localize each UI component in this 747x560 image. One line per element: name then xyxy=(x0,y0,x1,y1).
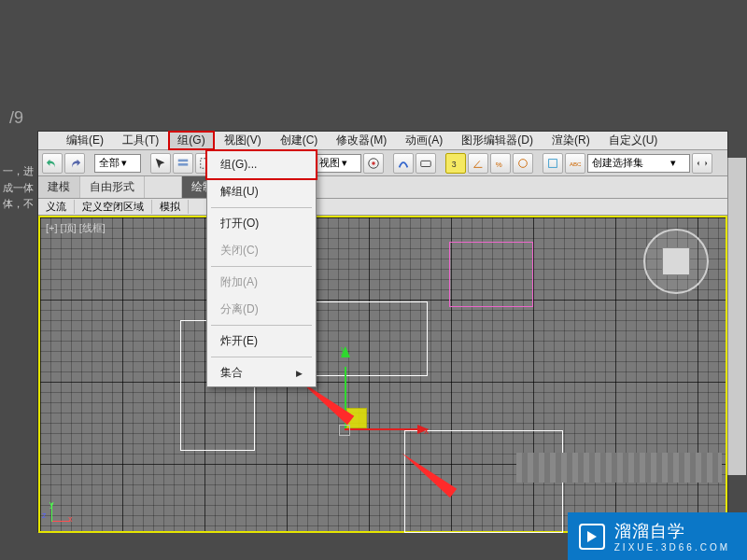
redo-icon[interactable] xyxy=(64,153,85,174)
mirror-icon[interactable] xyxy=(692,153,712,174)
menu-item-attach: 附加(A) xyxy=(207,269,316,296)
named-selection-set-select[interactable]: 创建选择集▾ xyxy=(587,154,690,173)
spinner-snap-icon[interactable] xyxy=(513,153,533,174)
censored-region xyxy=(516,453,722,483)
object-rect-3[interactable] xyxy=(449,242,533,307)
menu-group[interactable]: 组(G) xyxy=(168,131,214,150)
svg-rect-14 xyxy=(549,159,557,167)
svg-point-8 xyxy=(372,161,375,165)
svg-point-13 xyxy=(519,159,528,167)
main-toolbar: 全部▾ 视图▾ 3 % ABC 创建选择集▾ xyxy=(38,150,727,176)
menu-create[interactable]: 创建(C) xyxy=(271,131,328,150)
snap-toggle-icon[interactable]: 3 xyxy=(445,153,466,174)
ribbon-tab-modeling[interactable]: 建模 xyxy=(38,176,80,198)
menu-item-open[interactable]: 打开(O) xyxy=(207,210,316,237)
ribbon-panel-flow[interactable]: 义流 xyxy=(38,200,75,214)
ref-coord-select[interactable]: 视图▾ xyxy=(315,154,361,173)
svg-text:3: 3 xyxy=(452,159,457,168)
page-number: /9 xyxy=(9,108,23,128)
menu-views[interactable]: 视图(V) xyxy=(215,131,271,150)
watermark: 溜溜自学 ZIXUE.3D66.COM xyxy=(568,512,747,560)
world-axis-icon: y x z xyxy=(51,499,74,522)
svg-text:ABC: ABC xyxy=(570,160,582,166)
svg-rect-0 xyxy=(178,159,189,161)
named-sets-icon[interactable] xyxy=(543,153,563,174)
abc-icon[interactable]: ABC xyxy=(565,153,585,174)
menu-modifiers[interactable]: 修改器(M) xyxy=(327,131,396,150)
command-panel[interactable] xyxy=(727,158,746,475)
svg-text:%: % xyxy=(496,160,502,168)
viewport-label[interactable]: [+] [顶] [线框] xyxy=(46,221,106,235)
ribbon: 建模 自由形式 绘制 填充 ▾ xyxy=(38,176,727,199)
selection-filter-select[interactable]: 全部▾ xyxy=(94,154,141,173)
menu-customize[interactable]: 自定义(U) xyxy=(599,131,668,150)
menu-item-close: 关闭(C) xyxy=(207,237,316,264)
undo-icon[interactable] xyxy=(42,153,63,174)
angle-snap-icon[interactable] xyxy=(468,153,488,174)
viewport[interactable]: [+] [顶] [线框] y x y x z xyxy=(38,216,727,533)
menu-item-detach: 分离(D) xyxy=(207,296,316,323)
menu-rendering[interactable]: 渲染(R) xyxy=(543,131,599,150)
keyboard-shortcut-icon[interactable] xyxy=(416,153,436,174)
menu-edit[interactable]: 编辑(E) xyxy=(57,131,113,150)
ribbon-panel-sim[interactable]: 模拟 xyxy=(152,200,189,214)
percent-snap-icon[interactable]: % xyxy=(490,153,511,174)
ribbon-panel-define[interactable]: 定义空闭区域 xyxy=(75,200,152,214)
transform-gizmo[interactable]: y x xyxy=(345,356,419,430)
menu-animation[interactable]: 动画(A) xyxy=(396,131,452,150)
ribbon-tab-freeform[interactable]: 自由形式 xyxy=(80,176,145,198)
menu-tools[interactable]: 工具(T) xyxy=(113,131,168,150)
pivot-icon[interactable] xyxy=(363,153,384,174)
select-icon[interactable] xyxy=(150,153,171,174)
submenu-indicator-icon: ▶ xyxy=(296,369,303,378)
select-name-icon[interactable] xyxy=(173,153,193,174)
menu-grapheditors[interactable]: 图形编辑器(D) xyxy=(452,131,543,150)
svg-rect-10 xyxy=(421,161,431,166)
app-window: 一，进 成一体 体，不 编辑(E) 工具(T) 组(G) 视图(V) 创建(C)… xyxy=(37,131,728,532)
cropped-text: 一，进 成一体 体，不 xyxy=(3,163,36,213)
group-menu-dropdown: 组(G)... 解组(U) 打开(O) 关闭(C) 附加(A) 分离(D) 炸开… xyxy=(206,150,317,387)
menu-item-ungroup[interactable]: 解组(U) xyxy=(207,178,316,205)
svg-rect-1 xyxy=(178,163,189,166)
menu-item-group[interactable]: 组(G)... xyxy=(207,151,316,178)
menu-item-explode[interactable]: 炸开(E) xyxy=(207,328,316,355)
menubar: 编辑(E) 工具(T) 组(G) 视图(V) 创建(C) 修改器(M) 动画(A… xyxy=(38,132,727,150)
menu-item-assembly[interactable]: 集合▶ xyxy=(207,359,316,386)
viewcube[interactable] xyxy=(643,229,709,294)
manipulate-icon[interactable] xyxy=(393,153,414,174)
play-icon xyxy=(579,524,605,550)
